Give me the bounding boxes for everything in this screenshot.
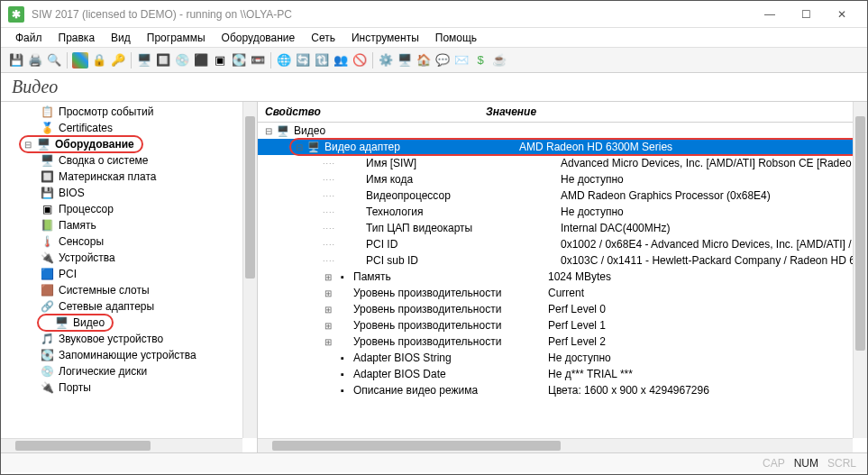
property-row[interactable]: ····Имя [SIW]Advanced Micro Devices, Inc… bbox=[258, 155, 867, 171]
mail-icon[interactable]: ✉️ bbox=[453, 52, 470, 69]
windows-icon[interactable] bbox=[72, 52, 88, 69]
menu-view[interactable]: Вид bbox=[104, 30, 138, 46]
block-icon[interactable]: 🚫 bbox=[352, 52, 368, 69]
close-button[interactable]: ✕ bbox=[824, 2, 860, 27]
board-icon[interactable]: 🔲 bbox=[155, 52, 171, 69]
menu-help[interactable]: Помощь bbox=[428, 30, 484, 46]
property-row[interactable]: ⊞Уровень производительностиPerf Level 2 bbox=[258, 333, 867, 350]
minimize-button[interactable]: — bbox=[752, 2, 788, 27]
scrollbar-vertical[interactable] bbox=[242, 102, 257, 438]
tree-icon: 📋 bbox=[40, 105, 54, 119]
tree-item[interactable]: 📋Просмотр событий bbox=[1, 104, 257, 120]
scrollbar-vertical[interactable] bbox=[853, 102, 867, 438]
key-icon[interactable]: 🔑 bbox=[110, 52, 126, 69]
save-icon[interactable]: 💾 bbox=[8, 52, 24, 69]
cd-icon[interactable]: 💿 bbox=[174, 52, 190, 69]
print-icon[interactable]: 🖨️ bbox=[27, 52, 43, 69]
tree-item[interactable]: 🎵Звуковое устройство bbox=[1, 331, 257, 347]
tree-item[interactable]: 🔲Материнская плата bbox=[1, 169, 257, 185]
property-row[interactable]: ····PCI ID0x1002 / 0x68E4 - Advanced Mic… bbox=[258, 236, 867, 252]
property-row[interactable]: ⊟🖥️Видео адаптерAMD Radeon HD 6300M Seri… bbox=[258, 139, 867, 155]
property-row[interactable]: ····Имя кодаНе доступно bbox=[258, 171, 867, 187]
row-toggle[interactable]: ⊞ bbox=[323, 272, 333, 282]
preview-icon[interactable]: 🔍 bbox=[46, 52, 62, 69]
tree-item[interactable]: 📗Память bbox=[1, 217, 257, 233]
property-row[interactable]: ▪Adapter BIOS DateНе д*** TRIAL *** bbox=[258, 366, 867, 382]
tree-toggle[interactable]: ⊟ bbox=[23, 140, 33, 150]
comment-icon[interactable]: 💬 bbox=[434, 52, 451, 69]
property-row[interactable]: ▪Описание видео режимаЦвета: 1600 x 900 … bbox=[258, 382, 867, 398]
dollar-icon[interactable]: $ bbox=[472, 52, 489, 69]
tree-icon: 🖥️ bbox=[36, 137, 50, 151]
tree-label: BIOS bbox=[57, 187, 87, 199]
lock-icon[interactable]: 🔒 bbox=[91, 52, 107, 69]
menu-edit[interactable]: Правка bbox=[51, 30, 103, 46]
row-toggle[interactable]: ⊞ bbox=[323, 321, 333, 331]
property-row[interactable]: ⊞Уровень производительностиPerf Level 0 bbox=[258, 301, 867, 317]
gear-icon[interactable]: ⚙️ bbox=[378, 52, 394, 69]
disk-icon[interactable]: ⬛ bbox=[193, 52, 209, 69]
tree-icon: 🟫 bbox=[40, 283, 54, 297]
row-toggle[interactable]: ⊞ bbox=[323, 305, 333, 315]
property-row[interactable]: ⊞Уровень производительностиCurrent bbox=[258, 285, 867, 301]
tree-panel: 📋Просмотр событий🏅Certificates⊟🖥️Оборудо… bbox=[1, 102, 258, 452]
tree-item[interactable]: 🏅Certificates bbox=[1, 120, 257, 136]
tree-item[interactable]: 🌡️Сенсоры bbox=[1, 233, 257, 250]
row-toggle[interactable]: ⊟ bbox=[294, 142, 305, 152]
property-row[interactable]: ····ТехнологияНе доступно bbox=[258, 204, 867, 220]
tree-item[interactable]: ⊟🖥️Оборудование bbox=[1, 136, 257, 152]
tree-label: Устройства bbox=[57, 251, 117, 264]
status-scrl: SCRL bbox=[827, 457, 856, 470]
menu-programs[interactable]: Программы bbox=[140, 30, 213, 46]
tree-item[interactable]: 🔌Порты bbox=[1, 379, 257, 396]
coffee-icon[interactable]: ☕ bbox=[491, 52, 507, 69]
row-toggle[interactable]: ⊞ bbox=[323, 337, 333, 347]
property-row[interactable]: ····Тип ЦАП видеокартыInternal DAC(400MH… bbox=[258, 220, 867, 236]
scrollbar-horizontal[interactable] bbox=[1, 438, 242, 452]
row-property: Имя [SIW] bbox=[364, 157, 553, 169]
tree-connector: ···· bbox=[323, 224, 335, 233]
row-toggle[interactable]: ⊞ bbox=[323, 288, 333, 298]
row-property: Тип ЦАП видеокарты bbox=[364, 222, 553, 234]
tree-icon: 🎵 bbox=[40, 332, 54, 346]
property-row[interactable]: ····PCI sub ID0x103C / 0x1411 - Hewlett-… bbox=[258, 252, 867, 269]
menu-tools[interactable]: Инструменты bbox=[344, 30, 426, 46]
tree-item[interactable]: 🟦PCI bbox=[1, 266, 257, 282]
menu-hardware[interactable]: Оборудование bbox=[215, 30, 303, 46]
row-toggle[interactable]: ⊟ bbox=[263, 126, 274, 136]
monitor-icon[interactable]: 🖥️ bbox=[136, 52, 152, 69]
property-row[interactable]: ····ВидеопроцессорAMD Radeon Graphics Pr… bbox=[258, 187, 867, 204]
drive-icon[interactable]: 💽 bbox=[231, 52, 247, 69]
menu-file[interactable]: Файл bbox=[8, 30, 50, 46]
row-property: Имя кода bbox=[364, 173, 553, 186]
maximize-button[interactable]: ☐ bbox=[788, 2, 824, 27]
users-icon[interactable]: 👥 bbox=[333, 52, 349, 69]
tree-item[interactable]: 💿Логические диски bbox=[1, 363, 257, 379]
property-row[interactable]: ⊞▪Память1024 MBytes bbox=[258, 269, 867, 285]
tree-item[interactable]: 💽Запоминающие устройства bbox=[1, 347, 257, 363]
monitor2-icon[interactable]: 🖥️ bbox=[397, 52, 413, 69]
scrollbar-horizontal[interactable] bbox=[258, 438, 853, 452]
sync-icon[interactable]: 🔃 bbox=[314, 52, 330, 69]
row-property: Видео bbox=[292, 124, 481, 137]
row-property: Уровень производительности bbox=[352, 303, 541, 315]
tree-label: Видео bbox=[71, 316, 106, 329]
refresh-icon[interactable]: 🔄 bbox=[295, 52, 311, 69]
tree-item[interactable]: 🔗Сетевые адаптеры bbox=[1, 298, 257, 315]
home-icon[interactable]: 🏠 bbox=[416, 52, 432, 69]
tree-item[interactable]: 🖥️Сводка о системе bbox=[1, 152, 257, 169]
property-row[interactable]: ⊟🖥️Видео bbox=[258, 123, 867, 139]
menu-network[interactable]: Сеть bbox=[304, 30, 343, 46]
tree-item[interactable]: 🟫Системные слоты bbox=[1, 282, 257, 298]
pci-icon[interactable]: 📼 bbox=[250, 52, 266, 69]
tree-item[interactable]: 🔌Устройства bbox=[1, 250, 257, 266]
tree-item[interactable]: 💾BIOS bbox=[1, 185, 257, 201]
row-icon bbox=[335, 318, 350, 333]
tree-item[interactable]: ▣Процессор bbox=[1, 201, 257, 217]
property-row[interactable]: ▪Adapter BIOS StringНе доступно bbox=[258, 350, 867, 366]
toolbar-sep bbox=[131, 52, 132, 69]
chip-icon[interactable]: ▣ bbox=[212, 52, 228, 69]
property-row[interactable]: ⊞Уровень производительностиPerf Level 1 bbox=[258, 317, 867, 333]
network-icon[interactable]: 🌐 bbox=[276, 52, 292, 69]
tree-item[interactable]: 🖥️Видео bbox=[1, 315, 257, 331]
